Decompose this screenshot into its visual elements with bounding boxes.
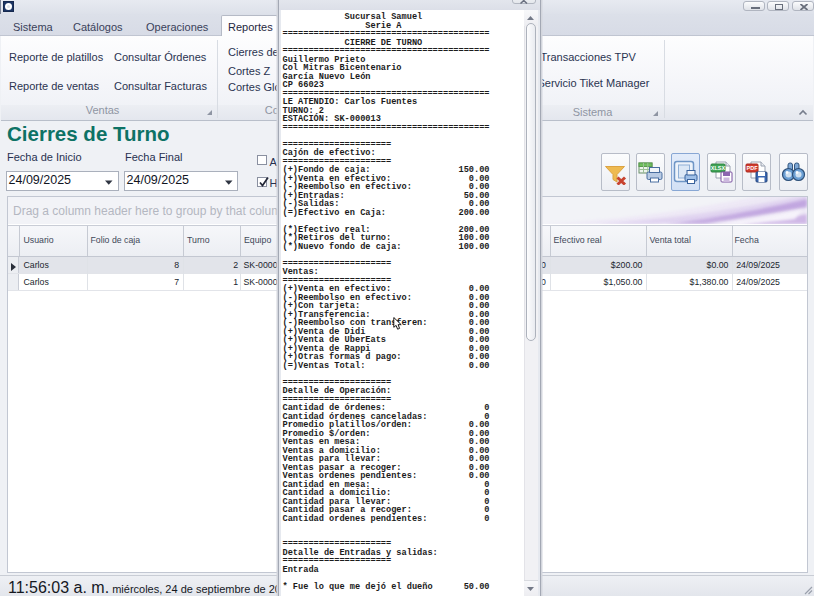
svg-text:XLSX: XLSX	[710, 165, 725, 171]
svg-text:PDF: PDF	[747, 165, 759, 171]
